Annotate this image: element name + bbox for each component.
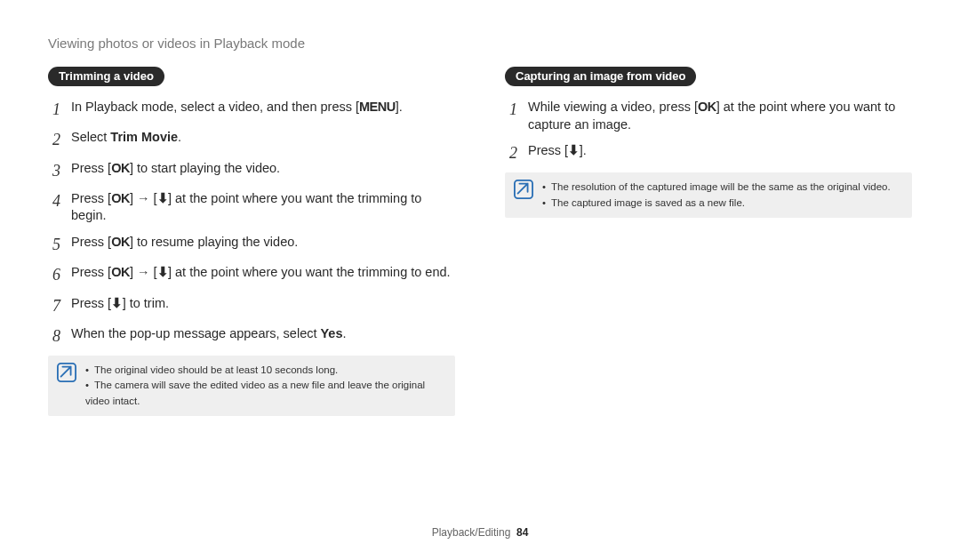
step-text: Press [OK] to resume playing the video. (71, 234, 455, 255)
note-icon (57, 363, 76, 409)
menu-button-glyph: MENU (359, 100, 396, 114)
steps-list-trimming: 1In Playback mode, select a video, and t… (48, 99, 455, 347)
step: 6Press [OK] → [⬇] at the point where you… (48, 264, 455, 285)
ok-button-glyph: OK (111, 235, 130, 249)
step: 8When the pop-up message appears, select… (48, 325, 455, 347)
left-column: Trimming a video 1In Playback mode, sele… (48, 67, 455, 416)
step: 4Press [OK] → [⬇] at the point where you… (48, 190, 455, 225)
ok-button-glyph: OK (111, 191, 130, 205)
note-item: The resolution of the captured image wil… (542, 180, 891, 195)
step-number: 1 (505, 99, 517, 133)
page-number: 84 (516, 526, 528, 539)
right-column: Capturing an image from video 1While vie… (505, 67, 912, 416)
arrow-icon: → (137, 264, 150, 282)
note-list: The resolution of the captured image wil… (542, 180, 891, 211)
step-text: Press [OK] to start playing the video. (71, 160, 455, 181)
page-content: Viewing photos or videos in Playback mod… (0, 0, 960, 560)
step: 5Press [OK] to resume playing the video. (48, 234, 455, 255)
ok-button-glyph: OK (111, 161, 130, 175)
down-button-glyph: ⬇ (111, 296, 123, 310)
note-box-capturing: The resolution of the captured image wil… (505, 172, 912, 218)
ok-button-glyph: OK (698, 100, 716, 114)
page-footer: Playback/Editing 84 (0, 526, 960, 539)
step-text: In Playback mode, select a video, and th… (71, 99, 455, 120)
step-number: 2 (48, 129, 60, 150)
step-text: While viewing a video, press [OK] at the… (528, 99, 912, 133)
note-item: The captured image is saved as a new fil… (542, 196, 891, 211)
section-pill-trimming: Trimming a video (48, 67, 164, 86)
step-number: 7 (48, 295, 60, 316)
step-text: Press [⬇]. (528, 142, 912, 164)
step-text: Press [⬇] to trim. (71, 295, 455, 316)
down-button-glyph: ⬇ (568, 143, 580, 157)
ok-button-glyph: OK (111, 265, 130, 279)
step-number: 6 (48, 264, 60, 285)
step: 2Select Trim Movie. (48, 129, 455, 150)
step-number: 1 (48, 99, 60, 120)
step-number: 4 (48, 190, 60, 225)
step: 1In Playback mode, select a video, and t… (48, 99, 455, 120)
step-text: Press [OK] → [⬇] at the point where you … (71, 190, 455, 225)
steps-list-capturing: 1While viewing a video, press [OK] at th… (505, 99, 912, 164)
step: 1While viewing a video, press [OK] at th… (505, 99, 912, 133)
note-icon (514, 180, 533, 211)
step: 2Press [⬇]. (505, 142, 912, 164)
note-box-trimming: The original video should be at least 10… (48, 356, 455, 416)
step: 3Press [OK] to start playing the video. (48, 160, 455, 181)
step-number: 5 (48, 234, 60, 255)
step-number: 3 (48, 160, 60, 181)
step: 7Press [⬇] to trim. (48, 295, 455, 316)
step-text: When the pop-up message appears, select … (71, 325, 455, 347)
footer-section: Playback/Editing (432, 526, 511, 539)
down-button-glyph: ⬇ (157, 191, 169, 205)
section-pill-capturing: Capturing an image from video (505, 67, 696, 86)
step-text: Press [OK] → [⬇] at the point where you … (71, 264, 455, 285)
note-list: The original video should be at least 10… (85, 363, 446, 409)
note-item: The camera will save the edited video as… (85, 378, 446, 409)
down-button-glyph: ⬇ (157, 265, 169, 279)
step-number: 2 (505, 142, 517, 164)
note-item: The original video should be at least 10… (85, 363, 446, 378)
two-column-layout: Trimming a video 1In Playback mode, sele… (48, 67, 912, 416)
page-title: Viewing photos or videos in Playback mod… (48, 36, 912, 51)
step-text: Select Trim Movie. (71, 129, 455, 150)
arrow-icon: → (137, 190, 150, 208)
step-number: 8 (48, 325, 60, 347)
